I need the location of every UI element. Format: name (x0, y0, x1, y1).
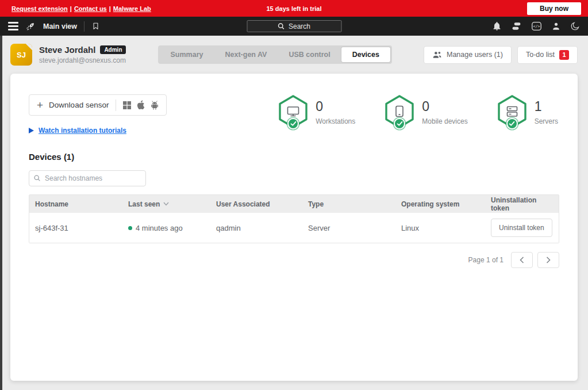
trial-links: Request extension | Contact us | Malware… (11, 5, 151, 12)
search-icon (278, 22, 285, 30)
workspace: SJ Steve Jordahl Admin steve.jordahl@osn… (0, 36, 588, 390)
next-page-button[interactable] (537, 252, 559, 268)
col-uninstallation-token[interactable]: Uninstallation token (485, 196, 559, 212)
devices-panel: + Download sensor (10, 74, 578, 381)
play-icon (29, 128, 34, 133)
todo-count-badge: 1 (559, 50, 569, 60)
uninstall-token-button[interactable]: Uninstall token (491, 219, 552, 237)
servers-label: Servers (535, 117, 558, 125)
pin-icon[interactable] (25, 21, 36, 32)
stat-servers: 1 Servers (497, 94, 558, 130)
servers-count: 1 (535, 99, 558, 114)
notifications-bell-icon[interactable] (492, 21, 502, 31)
chevron-right-icon (546, 257, 551, 263)
table-row: sj-643f-31 4 minutes ago qadmin Server L… (29, 213, 559, 243)
stat-workstations: 0 Workstations (278, 94, 355, 130)
user-email: steve.jordahl@osnexus.com (39, 56, 126, 64)
prev-page-button[interactable] (511, 252, 533, 268)
trial-banner: Request extension | Contact us | Malware… (0, 0, 588, 17)
android-icon (151, 101, 159, 110)
cell-hostname: sj-643f-31 (29, 224, 122, 232)
cell-user: qadmin (210, 224, 302, 232)
col-type[interactable]: Type (302, 200, 395, 208)
todo-list-button[interactable]: To-do list 1 (517, 46, 578, 64)
plus-icon: + (37, 100, 43, 110)
devices-table: Hostname Last seen User Associated Type … (29, 194, 559, 243)
windows-icon (123, 101, 131, 109)
main-view-label[interactable]: Main view (43, 22, 77, 30)
request-extension-link[interactable]: Request extension (11, 5, 68, 12)
cell-last-seen: 4 minutes ago (122, 224, 210, 232)
cell-os: Linux (395, 224, 485, 232)
mobile-devices-count: 0 (422, 99, 467, 114)
messages-stack-icon[interactable] (511, 21, 522, 31)
tab-usb-control[interactable]: USB control (278, 47, 341, 62)
online-status-dot (128, 226, 132, 230)
code-console-icon[interactable]: </> (531, 21, 542, 31)
account-header: SJ Steve Jordahl Admin steve.jordahl@osn… (0, 36, 588, 74)
svg-text:</>: </> (533, 24, 540, 29)
divider (84, 21, 84, 32)
workstations-count: 0 (316, 99, 355, 114)
top-navbar: Main view Search </> (0, 17, 588, 36)
contact-us-link[interactable]: Contact us (74, 5, 107, 12)
page-indicator: Page 1 of 1 (468, 256, 504, 264)
check-badge-icon (394, 118, 405, 129)
avatar-initials: SJ (17, 51, 26, 59)
user-name: Steve Jordahl (39, 45, 95, 55)
mobile-devices-label: Mobile devices (422, 117, 467, 125)
col-hostname[interactable]: Hostname (29, 200, 122, 208)
table-header-row: Hostname Last seen User Associated Type … (29, 195, 559, 213)
cell-type: Server (302, 224, 395, 232)
col-last-seen[interactable]: Last seen (122, 200, 210, 208)
bookmark-icon[interactable] (91, 22, 100, 30)
devices-heading: Devices (1) (29, 152, 559, 162)
col-user-associated[interactable]: User Associated (210, 200, 302, 208)
search-hostnames-input[interactable] (29, 170, 146, 186)
manage-users-button[interactable]: Manage users (1) (424, 46, 512, 64)
watch-tutorials-link[interactable]: Watch installation tutorials (39, 127, 126, 135)
col-operating-system[interactable]: Operating system (395, 200, 485, 208)
buy-now-button[interactable]: Buy now (527, 2, 581, 15)
menu-icon[interactable] (8, 20, 18, 32)
dark-mode-moon-icon[interactable] (570, 21, 580, 31)
account-person-icon[interactable] (551, 21, 561, 31)
tab-next-gen-av[interactable]: Next-gen AV (214, 47, 278, 62)
workstations-label: Workstations (316, 117, 355, 125)
sort-chevron-down-icon (163, 202, 169, 206)
download-sensor-button[interactable]: + Download sensor (29, 94, 167, 116)
malware-lab-link[interactable]: Malware Lab (113, 5, 151, 12)
global-search-label: Search (289, 22, 310, 30)
chevron-left-icon (520, 257, 524, 263)
apple-icon (137, 100, 145, 110)
tab-devices[interactable]: Devices (341, 47, 390, 62)
users-icon (432, 51, 442, 59)
check-badge-icon (287, 118, 299, 129)
link-separator: | (109, 5, 111, 12)
divider (116, 100, 116, 111)
avatar[interactable]: SJ (10, 44, 32, 66)
global-search-input[interactable]: Search (247, 20, 341, 32)
link-separator: | (70, 5, 72, 12)
search-icon (33, 174, 41, 182)
tab-summary[interactable]: Summary (160, 47, 214, 62)
check-badge-icon (506, 118, 518, 129)
pagination: Page 1 of 1 (29, 252, 559, 268)
device-stats: 0 Workstations (278, 94, 559, 130)
stat-mobile-devices: 0 Mobile devices (384, 94, 467, 130)
watch-tutorials-link-row: Watch installation tutorials (29, 127, 167, 135)
section-tabs: Summary Next-gen AV USB control Devices (158, 45, 392, 64)
role-badge: Admin (100, 45, 126, 54)
